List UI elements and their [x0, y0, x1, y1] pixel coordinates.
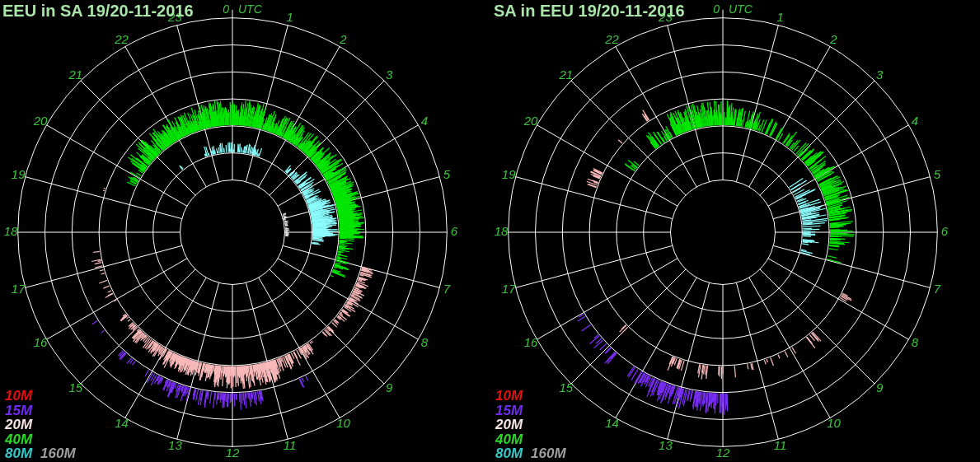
legend-item-40m: 40M	[5, 432, 32, 447]
chart-title-left: EEU in SA 19/20-11-2016	[2, 2, 194, 21]
legend-item-10m: 10M	[495, 389, 523, 404]
legend-item-40m: 40M	[495, 432, 523, 447]
legend-item-15m: 15M	[5, 404, 32, 418]
legend-item-80m: 80M	[5, 446, 32, 461]
legend-item-80m: 80M	[495, 446, 523, 461]
legend-row: 10M	[5, 389, 76, 404]
utc-label-right: UTC	[729, 2, 753, 16]
legend-row: 20M	[5, 418, 76, 432]
legend-item-10m: 10M	[5, 389, 32, 404]
legend-item-20m: 20M	[495, 418, 523, 432]
legend-row: 40M	[5, 432, 76, 447]
band-legend-right: 10M 15M 20M 40M 80M 160M	[495, 389, 566, 461]
legend-item-20m: 20M	[5, 418, 32, 432]
legend-row: 15M	[5, 404, 76, 418]
propagation-charts-page: EEU in SA 19/20-11-2016 SA in EEU 19/20-…	[0, 0, 980, 462]
legend-row: 20M	[495, 418, 566, 432]
polar-hour-charts-canvas	[0, 0, 980, 462]
legend-item-15m: 15M	[495, 404, 523, 418]
legend-item-160m: 160M	[531, 446, 566, 461]
legend-row: 80M 160M	[495, 446, 566, 461]
hour-zero-label-right: 0	[703, 2, 720, 16]
legend-row: 10M	[495, 389, 566, 404]
legend-item-160m: 160M	[40, 446, 76, 461]
legend-row: 15M	[495, 404, 566, 418]
legend-row: 80M 160M	[5, 446, 76, 461]
chart-title-right: SA in EEU 19/20-11-2016	[494, 2, 685, 21]
hour-zero-label-left: 0	[213, 2, 229, 16]
legend-row: 40M	[495, 432, 566, 447]
band-legend-left: 10M 15M 20M 40M 80M 160M	[5, 389, 76, 461]
utc-label-left: UTC	[238, 2, 262, 16]
